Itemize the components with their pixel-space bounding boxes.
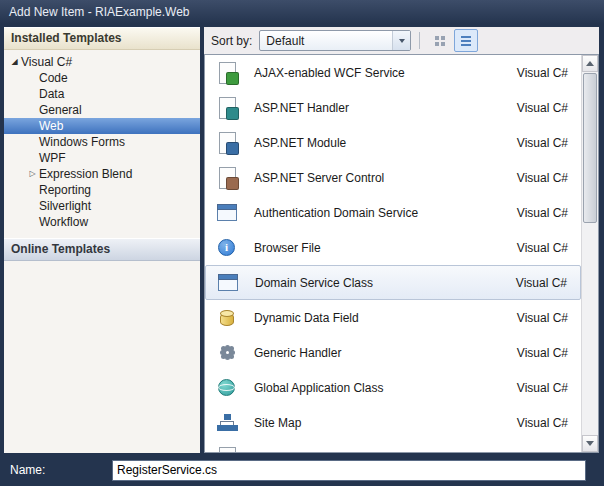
medium-icons-icon [435,36,445,46]
sort-by-value: Default [260,34,392,48]
template-item-generic-handler[interactable]: Generic Handler Visual C# [205,335,581,370]
template-language: Visual C# [517,381,573,395]
skin-file-icon [215,446,241,453]
tree-node-label: Expression Blend [39,166,132,182]
template-item-ajax-enabled-wcf-service[interactable]: AJAX-enabled WCF Service Visual C# [205,55,581,90]
template-list-container: AJAX-enabled WCF Service Visual C# ASP.N… [204,54,599,453]
template-categories-panel: Installed Templates Visual C# Code Data … [4,27,200,453]
template-list: AJAX-enabled WCF Service Visual C# ASP.N… [205,55,581,452]
template-language: Visual C# [517,171,573,185]
ajax-wcf-service-icon [215,61,241,85]
tree-node-visual-csharp[interactable]: Visual C# [4,53,200,70]
expander-collapsed-icon [26,166,39,182]
tree-node-code[interactable]: Code [4,70,200,86]
category-tree: Visual C# Code Data General Web Windows … [4,50,200,230]
tree-node-web[interactable]: Web [4,118,200,134]
item-name-input[interactable] [112,460,586,481]
tree-node-silverlight[interactable]: Silverlight [4,198,200,214]
template-item-authentication-domain-service[interactable]: Authentication Domain Service Visual C# [205,195,581,230]
installed-templates-header[interactable]: Installed Templates [4,27,200,50]
tree-node-expression-blend[interactable]: Expression Blend [4,166,200,182]
template-name: Global Application Class [254,381,517,395]
tree-node-general[interactable]: General [4,102,200,118]
add-new-item-dialog: { "window": { "title": "Add New Item - R… [0,0,604,486]
domain-service-class-icon [216,271,242,295]
chevron-down-icon[interactable] [392,31,410,50]
scroll-down-button[interactable] [582,435,598,452]
tree-node-data[interactable]: Data [4,86,200,102]
tree-node-label: Windows Forms [39,134,125,150]
tree-node-label: General [39,102,82,118]
template-item-site-map[interactable]: Site Map Visual C# [205,405,581,440]
template-name: Browser File [254,241,517,255]
tree-node-windows-forms[interactable]: Windows Forms [4,134,200,150]
template-language: Visual C# [517,101,573,115]
templates-panel: Sort by: Default AJAX-enabled WCF Servic… [204,27,599,453]
toolbar-separator [419,32,420,49]
sort-toolbar: Sort by: Default [204,27,599,54]
template-name: Authentication Domain Service [254,206,517,220]
tree-node-workflow[interactable]: Workflow [4,214,200,230]
tree-node-label: Reporting [39,182,91,198]
small-icons-view-button[interactable] [454,29,478,52]
template-item-browser-file[interactable]: Browser File Visual C# [205,230,581,265]
window-title: Add New Item - RIAExample.Web [9,5,190,19]
sort-by-label: Sort by: [211,34,252,48]
template-language: Visual C# [517,346,573,360]
aspnet-handler-icon [215,96,241,120]
template-item-asp-net-handler[interactable]: ASP.NET Handler Visual C# [205,90,581,125]
template-name: Skin File [254,451,517,453]
tree-node-label: Silverlight [39,198,91,214]
tree-node-label: Data [39,86,64,102]
template-name: Dynamic Data Field [254,311,517,325]
template-language: Visual C# [517,451,573,453]
tree-node-label: Code [39,70,68,86]
tree-node-label: WPF [39,150,66,166]
expander-expanded-icon[interactable] [8,54,21,70]
template-item-global-application-class[interactable]: Global Application Class Visual C# [205,370,581,405]
scroll-up-button[interactable] [582,55,598,72]
tree-node-label: Web [39,118,63,134]
tree-children: Code Data General Web Windows Forms WPF … [4,70,200,230]
small-icons-icon [461,36,471,46]
template-language: Visual C# [517,66,573,80]
aspnet-module-icon [215,131,241,155]
template-item-skin-file[interactable]: Skin File Visual C# [205,440,581,452]
aspnet-server-control-icon [215,166,241,190]
online-templates-header[interactable]: Online Templates [4,238,200,261]
generic-handler-icon [215,341,241,365]
template-item-domain-service-class[interactable]: Domain Service Class Visual C# [205,265,581,300]
template-item-dynamic-data-field[interactable]: Dynamic Data Field Visual C# [205,300,581,335]
tree-node-wpf[interactable]: WPF [4,150,200,166]
template-language: Visual C# [517,311,573,325]
scrollbar-thumb[interactable] [583,73,597,223]
window-title-bar: Add New Item - RIAExample.Web [0,0,604,24]
sort-by-dropdown[interactable]: Default [259,30,411,51]
template-language: Visual C# [517,206,573,220]
template-name: Site Map [254,416,517,430]
template-item-asp-net-module[interactable]: ASP.NET Module Visual C# [205,125,581,160]
name-entry-bar: Name: [0,454,604,486]
template-name: ASP.NET Module [254,136,517,150]
template-name: ASP.NET Server Control [254,171,517,185]
template-language: Visual C# [517,416,573,430]
template-name: Domain Service Class [255,276,516,290]
template-item-asp-net-server-control[interactable]: ASP.NET Server Control Visual C# [205,160,581,195]
tree-node-label: Workflow [39,214,88,230]
template-language: Visual C# [516,276,572,290]
template-language: Visual C# [517,241,573,255]
template-name: AJAX-enabled WCF Service [254,66,517,80]
template-name: Generic Handler [254,346,517,360]
site-map-icon [215,411,241,435]
global-application-class-icon [215,376,241,400]
template-language: Visual C# [517,136,573,150]
authentication-domain-service-icon [215,201,241,225]
browser-file-icon [215,236,241,260]
tree-node-reporting[interactable]: Reporting [4,182,200,198]
medium-icons-view-button[interactable] [428,29,452,52]
name-label: Name: [10,463,112,477]
tree-node-label: Visual C# [21,54,72,70]
dynamic-data-field-icon [215,306,241,330]
template-name: ASP.NET Handler [254,101,517,115]
vertical-scrollbar[interactable] [581,55,598,452]
